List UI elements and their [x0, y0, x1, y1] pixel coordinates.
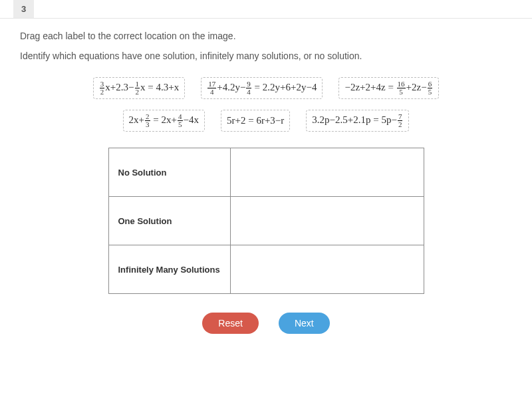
drop-zone-one-solution[interactable]: [230, 197, 424, 245]
table-row: Infinitely Many Solutions: [108, 245, 424, 294]
reset-button[interactable]: Reset: [202, 313, 259, 334]
drop-zone-infinitely-many[interactable]: [230, 245, 424, 294]
instruction-drag: Drag each label to the correct location …: [20, 31, 512, 41]
equation-eq1[interactable]: 32x+2.3−12x = 4.3+x: [93, 77, 185, 99]
equation-eq5[interactable]: 5r+2 = 6r+3−r: [221, 110, 290, 132]
equation-eq3[interactable]: −2z+2+4z = 165+2z−65: [338, 77, 439, 99]
table-row: One Solution: [108, 197, 424, 245]
answer-table: No Solution One Solution Infinitely Many…: [108, 148, 424, 294]
label-row-1: 32x+2.3−12x = 4.3+x174+4.2y−94 = 2.2y+6+…: [20, 77, 512, 99]
category-no-solution: No Solution: [108, 148, 230, 197]
equation-eq4[interactable]: 2x+23 = 2x+45−4x: [123, 110, 205, 132]
label-row-2: 2x+23 = 2x+45−4x5r+2 = 6r+3−r3.2p−2.5+2.…: [20, 110, 512, 132]
next-button[interactable]: Next: [279, 313, 330, 334]
question-body: Drag each label to the correct location …: [0, 19, 532, 354]
table-row: No Solution: [108, 148, 424, 197]
question-number: 3: [13, 0, 34, 18]
question-header: 3: [0, 0, 532, 19]
drop-zone-no-solution[interactable]: [230, 148, 424, 197]
equation-eq6[interactable]: 3.2p−2.5+2.1p = 5p−72: [306, 110, 409, 132]
equation-eq2[interactable]: 174+4.2y−94 = 2.2y+6+2y−4: [201, 77, 323, 99]
instruction-task: Identify which equations have one soluti…: [20, 51, 512, 61]
draggable-labels-area: 32x+2.3−12x = 4.3+x174+4.2y−94 = 2.2y+6+…: [20, 77, 512, 132]
category-infinitely-many: Infinitely Many Solutions: [108, 245, 230, 294]
button-row: Reset Next: [20, 313, 512, 334]
category-one-solution: One Solution: [108, 197, 230, 245]
